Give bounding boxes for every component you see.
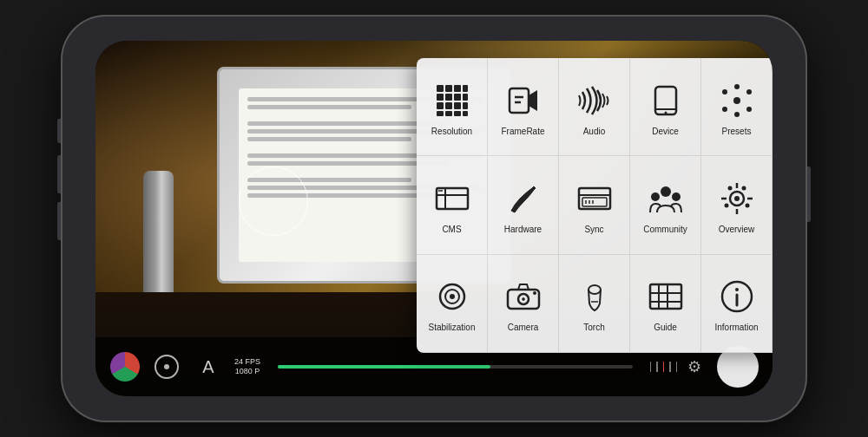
- auto-icon: A: [202, 357, 214, 377]
- svg-point-65: [735, 288, 739, 291]
- menu-item-community[interactable]: Community: [630, 156, 701, 254]
- svg-point-27: [734, 84, 740, 89]
- menu-item-sync[interactable]: Sync: [559, 156, 630, 254]
- svg-rect-5: [445, 94, 452, 101]
- siri-icon: [110, 352, 140, 382]
- svg-point-49: [724, 203, 728, 207]
- menu-item-presets[interactable]: Presets: [701, 58, 773, 156]
- tick: [650, 362, 652, 372]
- sync-icon: [574, 178, 615, 219]
- menu-label: Stabilization: [429, 323, 476, 332]
- svg-rect-9: [445, 102, 452, 109]
- menu-label: Sync: [584, 225, 603, 234]
- svg-rect-11: [463, 102, 468, 109]
- svg-point-23: [722, 89, 727, 95]
- menu-item-overview[interactable]: Overview: [701, 156, 773, 254]
- exposure-bar[interactable]: [278, 365, 632, 369]
- svg-rect-16: [510, 88, 529, 113]
- svg-rect-0: [437, 85, 444, 92]
- menu-item-audio[interactable]: Audio: [559, 58, 630, 156]
- svg-point-56: [533, 291, 536, 295]
- svg-point-28: [734, 112, 740, 117]
- phone-screen: A 24 FPS 1080 P ⚙: [95, 41, 773, 396]
- fps-display: 24 FPS 1080 P: [234, 357, 260, 376]
- menu-label: Device: [652, 127, 679, 136]
- menu-item-torch[interactable]: Torch: [559, 255, 630, 353]
- svg-point-25: [722, 107, 727, 112]
- svg-point-53: [450, 294, 455, 299]
- information-icon: [716, 276, 758, 317]
- menu-item-framerate[interactable]: FrameRate: [488, 58, 559, 156]
- tick: [669, 362, 671, 372]
- svg-rect-7: [463, 94, 468, 101]
- torch-icon: [574, 276, 615, 317]
- power-button[interactable]: [807, 166, 811, 222]
- settings-menu: Resolution FrameRate: [417, 58, 773, 353]
- framerate-icon: [503, 80, 544, 121]
- menu-item-hardware[interactable]: Hardware: [488, 156, 559, 254]
- resolution-icon: [431, 80, 473, 121]
- svg-rect-15: [463, 111, 468, 116]
- menu-label: Overview: [719, 225, 755, 234]
- tick-red: [663, 362, 665, 372]
- svg-rect-8: [437, 102, 444, 109]
- text-line: [247, 137, 411, 141]
- menu-label: Information: [714, 323, 758, 332]
- menu-item-cms[interactable]: CMS: [417, 156, 488, 254]
- audio-icon: [574, 80, 615, 121]
- svg-point-42: [734, 196, 740, 201]
- menu-item-camera[interactable]: Camera: [488, 255, 559, 353]
- menu-label: FrameRate: [501, 127, 544, 136]
- tick: [676, 362, 678, 372]
- svg-rect-4: [437, 94, 444, 101]
- device-icon: [645, 80, 687, 121]
- volume-up-button[interactable]: [57, 155, 61, 193]
- stabilization-icon: [431, 276, 473, 317]
- menu-item-information[interactable]: Information: [701, 255, 773, 353]
- svg-rect-6: [454, 94, 461, 101]
- community-icon: [645, 178, 687, 219]
- text-line: [247, 105, 411, 109]
- settings-gear-icon[interactable]: ⚙: [687, 357, 707, 376]
- menu-label: Audio: [583, 127, 606, 136]
- camera-icon: [503, 276, 544, 317]
- svg-rect-59: [650, 284, 681, 309]
- auto-button[interactable]: A: [193, 351, 224, 382]
- menu-label: Torch: [583, 323, 604, 332]
- menu-label: CMS: [442, 225, 461, 234]
- menu-label: Hardware: [504, 225, 542, 234]
- svg-rect-10: [454, 102, 461, 109]
- svg-rect-12: [437, 111, 444, 116]
- volume-down-button[interactable]: [57, 202, 61, 240]
- svg-point-57: [589, 285, 601, 294]
- svg-rect-3: [463, 85, 468, 92]
- target-icon: [155, 355, 179, 379]
- svg-rect-19: [655, 87, 676, 114]
- exposure-fill: [278, 365, 490, 369]
- hardware-icon: [503, 178, 544, 219]
- svg-point-38: [661, 186, 671, 197]
- tick-marks: [650, 362, 678, 372]
- overview-icon: [716, 178, 758, 219]
- svg-point-47: [727, 186, 732, 190]
- menu-item-device[interactable]: Device: [630, 58, 701, 156]
- cms-icon: [431, 178, 473, 219]
- svg-point-48: [741, 186, 746, 190]
- svg-point-24: [746, 89, 752, 95]
- menu-label: Presets: [722, 127, 752, 136]
- siri-button[interactable]: [109, 351, 141, 382]
- menu-item-guide[interactable]: Guide: [630, 255, 701, 353]
- menu-label: Guide: [654, 323, 677, 332]
- menu-label: Resolution: [431, 127, 472, 136]
- svg-point-21: [664, 111, 667, 114]
- svg-rect-14: [454, 111, 461, 116]
- target-button[interactable]: [151, 351, 182, 382]
- guide-icon: [645, 276, 687, 317]
- svg-rect-13: [445, 111, 452, 116]
- phone-frame: A 24 FPS 1080 P ⚙: [61, 15, 807, 422]
- menu-label: Community: [643, 225, 687, 234]
- menu-item-resolution[interactable]: Resolution: [417, 58, 488, 156]
- menu-item-stabilization[interactable]: Stabilization: [417, 255, 488, 353]
- svg-point-22: [733, 97, 740, 104]
- mute-button[interactable]: [57, 119, 61, 143]
